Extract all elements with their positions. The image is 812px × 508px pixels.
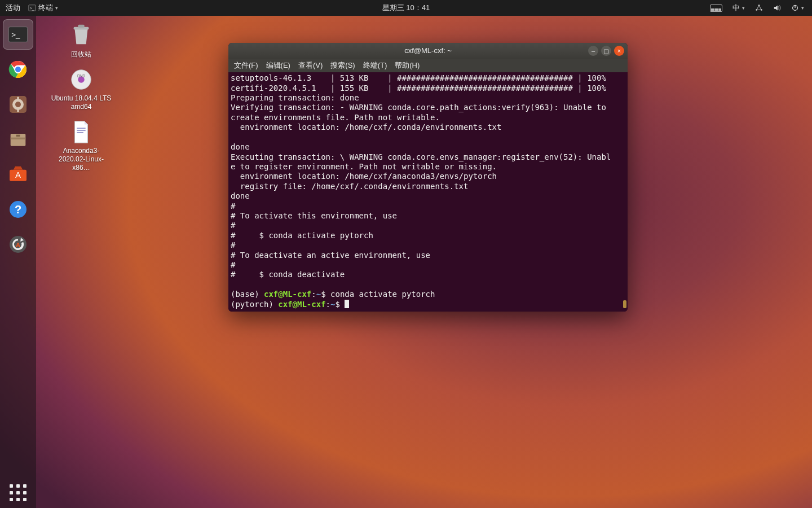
network-indicator[interactable]: [755, 4, 763, 12]
dock-item-settings-tool[interactable]: [3, 89, 33, 120]
dock-item-chrome[interactable]: [3, 54, 33, 85]
desktop-icon-label: 回收站: [71, 50, 91, 59]
terminal-icon: >_: [28, 4, 36, 12]
desktop-icon-label: Anaconda3-2020.02-Linux-x86…: [50, 147, 112, 172]
svg-rect-30: [77, 130, 85, 131]
clock[interactable]: 星期三 10：41: [382, 3, 430, 13]
svg-rect-31: [77, 132, 83, 133]
file-icon: [68, 119, 94, 145]
activities-button[interactable]: 活动: [6, 3, 20, 13]
terminal-window: cxf@ML-cxf: ~ – ▢ × 文件(F) 编辑(E) 查看(V) 搜索…: [228, 43, 628, 312]
menu-edit[interactable]: 编辑(E): [266, 60, 290, 71]
window-minimize-button[interactable]: –: [588, 46, 598, 56]
menu-search[interactable]: 搜索(S): [330, 60, 355, 71]
ime-indicator[interactable]: 中 ▾: [732, 3, 745, 13]
window-titlebar[interactable]: cxf@ML-cxf: ~ – ▢ ×: [228, 43, 628, 59]
svg-rect-14: [17, 109, 19, 112]
dock: >_ A ? A: [0, 16, 36, 508]
keyboard-icon: [710, 5, 722, 12]
svg-text:>_: >_: [11, 30, 20, 39]
window-title: cxf@ML-cxf: ~: [404, 46, 452, 55]
svg-rect-25: [78, 25, 85, 28]
system-menu[interactable]: ▾: [791, 4, 804, 12]
apps-grid-icon: [10, 484, 27, 501]
power-icon: [791, 4, 799, 12]
desktop-icon-anaconda[interactable]: Anaconda3-2020.02-Linux-x86…: [47, 119, 115, 172]
desktop-icons: 回收站 DVD Ubuntu 18.04.4 LTS amd64 Anacond…: [47, 23, 115, 172]
desktop-icon-label: Ubuntu 18.04.4 LTS amd64: [50, 94, 112, 111]
trash-icon: [68, 23, 94, 49]
menu-terminal[interactable]: 终端(T): [363, 60, 387, 71]
window-menubar: 文件(F) 编辑(E) 查看(V) 搜索(S) 终端(T) 帮助(H): [228, 59, 628, 72]
desktop-icon-trash[interactable]: 回收站: [47, 23, 115, 59]
desktop-icon-iso[interactable]: DVD Ubuntu 18.04.4 LTS amd64: [47, 67, 115, 111]
chevron-down-icon: ▾: [742, 5, 745, 11]
svg-rect-17: [16, 135, 20, 137]
app-menu-label: 终端: [38, 3, 53, 13]
menu-help[interactable]: 帮助(H): [395, 60, 420, 71]
svg-text:>_: >_: [30, 6, 34, 11]
top-panel: 活动 >_ 终端 ▾ 星期三 10：41 中 ▾: [0, 0, 812, 16]
svg-rect-29: [77, 128, 85, 129]
terminal-body[interactable]: setuptools-46.1.3 | 513 KB | ###########…: [228, 72, 628, 312]
chevron-down-icon: ▾: [801, 5, 804, 11]
svg-rect-13: [17, 97, 19, 100]
window-close-button[interactable]: ×: [614, 46, 624, 56]
menu-file[interactable]: 文件(F): [234, 60, 258, 71]
dock-item-help[interactable]: ?: [3, 194, 33, 225]
svg-text:A: A: [16, 241, 21, 248]
dock-item-software-center[interactable]: A: [3, 159, 33, 190]
keyboard-indicator[interactable]: [710, 5, 722, 12]
volume-icon: [773, 4, 781, 12]
window-maximize-button[interactable]: ▢: [601, 46, 611, 56]
dock-item-files[interactable]: [3, 124, 33, 155]
dock-item-software-updater[interactable]: A: [3, 229, 33, 260]
network-icon: [755, 4, 763, 12]
menu-view[interactable]: 查看(V): [298, 60, 323, 71]
terminal-output: setuptools-46.1.3 | 513 KB | ###########…: [231, 73, 625, 309]
svg-text:?: ?: [15, 203, 21, 216]
scrollbar-thumb[interactable]: [623, 300, 626, 308]
app-menu[interactable]: >_ 终端 ▾: [28, 3, 58, 13]
ime-label: 中: [732, 3, 740, 13]
show-applications-button[interactable]: [3, 478, 33, 508]
svg-text:A: A: [15, 170, 21, 179]
svg-text:DVD: DVD: [77, 74, 85, 78]
disc-icon: DVD: [68, 67, 94, 93]
volume-indicator[interactable]: [773, 4, 781, 12]
svg-rect-16: [11, 138, 26, 139]
dock-item-terminal[interactable]: >_: [3, 19, 33, 50]
chevron-down-icon: ▾: [55, 5, 58, 11]
